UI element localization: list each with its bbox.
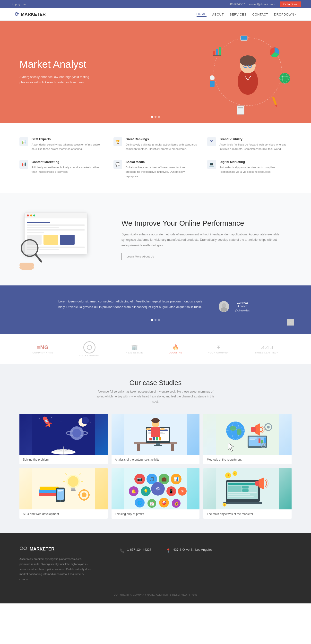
author-role: @Lilesoldes bbox=[235, 309, 250, 312]
social-media-icon: 💬 bbox=[114, 160, 122, 169]
case-img-6: $ $ $ bbox=[203, 468, 292, 510]
case-img-2 bbox=[112, 414, 200, 455]
hero-dot-1[interactable] bbox=[151, 116, 153, 118]
chevron-down-icon: ▾ bbox=[295, 13, 297, 16]
case-item-5[interactable]: 📷 🎵 💼 📊 🔔 💡 ⚙ 📱 bbox=[112, 468, 200, 519]
footer-address-text: 437 S Olive St, Los Angeles bbox=[173, 548, 212, 552]
svg-point-30 bbox=[222, 303, 226, 308]
logo-icon: ⟳ bbox=[14, 11, 19, 18]
test-dot-1[interactable] bbox=[151, 319, 153, 321]
svg-rect-70 bbox=[154, 445, 162, 446]
performance-illustration bbox=[20, 208, 107, 271]
case-img-1 bbox=[20, 414, 108, 455]
feature-seo: 📊 SEO Experts A wonderful serenity has t… bbox=[20, 137, 104, 151]
svg-rect-75 bbox=[160, 428, 165, 430]
footer-logo-icon bbox=[20, 545, 27, 553]
feature-content-desc: Efficiently monetize technically sound e… bbox=[32, 165, 104, 174]
svg-text:📷: 📷 bbox=[137, 476, 142, 482]
svg-point-72 bbox=[151, 418, 160, 423]
main-nav: HOME ABOUT SERVICES CONTACT DROPDOWN ▾ bbox=[196, 12, 296, 17]
svg-point-35 bbox=[61, 421, 62, 422]
googleplus-icon[interactable]: g+ bbox=[18, 3, 22, 6]
case-label-3: Methods of the recruitment bbox=[203, 455, 292, 464]
nav-contact[interactable]: CONTACT bbox=[252, 13, 268, 16]
learn-more-button[interactable]: Learn More About Us bbox=[122, 253, 159, 260]
performance-content: We Improve Your Online Performance Dynam… bbox=[122, 218, 292, 260]
svg-rect-9 bbox=[242, 40, 246, 40]
svg-rect-113 bbox=[58, 490, 63, 491]
logo-3-mark: 🏢 bbox=[131, 344, 138, 350]
svg-rect-14 bbox=[272, 96, 277, 105]
svg-rect-157 bbox=[228, 486, 242, 492]
browser-line-2 bbox=[27, 224, 85, 226]
logo-5-name: YOUR COMPANY bbox=[208, 352, 229, 354]
svg-text:💰: 💰 bbox=[174, 502, 178, 506]
twitter-icon[interactable]: t bbox=[12, 3, 13, 6]
feature-digital: 💻 Digital Marketing Enthusiastically pro… bbox=[207, 160, 292, 178]
location-icon: 📍 bbox=[166, 548, 171, 553]
feature-seo-title: SEO Experts bbox=[32, 137, 104, 141]
hero-dot-3[interactable] bbox=[158, 116, 160, 118]
nav-services[interactable]: SERVICES bbox=[230, 13, 246, 16]
svg-text:$: $ bbox=[234, 472, 236, 475]
nav-home[interactable]: HOME bbox=[196, 12, 206, 17]
case-item-6[interactable]: $ $ $ The main objectives of the markete… bbox=[203, 468, 292, 519]
svg-rect-23 bbox=[216, 49, 218, 56]
svg-point-11 bbox=[280, 73, 290, 84]
social-icons: f t p g+ in bbox=[10, 3, 26, 6]
svg-rect-90 bbox=[261, 440, 263, 443]
copyright-text: COPYRIGHT © COMPANY NAME. ALL RIGHTS RES… bbox=[114, 593, 188, 596]
logo-1-name: company name bbox=[32, 352, 53, 354]
case-item-2[interactable]: Analysis of the enterprise's activity bbox=[112, 414, 200, 464]
hero-dot-2[interactable] bbox=[154, 116, 156, 118]
svg-point-80 bbox=[237, 428, 242, 435]
feature-brand-title: Brand Visibility bbox=[220, 137, 292, 141]
testimonial-author: Lennox Arnold @Lilesoldes bbox=[219, 301, 253, 312]
svg-rect-58 bbox=[137, 444, 140, 451]
footer-contact-row: 📞 1-677-124-44227 📍 437 S Olive St, Los … bbox=[120, 548, 292, 553]
svg-rect-120 bbox=[78, 494, 80, 496]
svg-point-3 bbox=[240, 56, 256, 66]
linkedin-icon[interactable]: in bbox=[24, 3, 26, 6]
svg-rect-165 bbox=[255, 481, 259, 486]
feature-rankings: 🏆 Great Rankings Distinctively cultivate… bbox=[114, 137, 198, 151]
testimonial-text: Lorem ipsum dolor sit amet, consectetur … bbox=[58, 298, 209, 310]
top-bar-right: +42-123-4567 contact@domain.com Get a Qu… bbox=[228, 2, 301, 7]
testimonial-inner: Lorem ipsum dolor sit amet, consectetur … bbox=[58, 298, 253, 315]
hero-illustration bbox=[199, 28, 296, 116]
author-name: Lennox Arnold bbox=[232, 301, 253, 308]
svg-rect-59 bbox=[171, 444, 174, 451]
case-item-4[interactable]: SEO and Web development bbox=[20, 468, 108, 519]
svg-point-38 bbox=[44, 426, 44, 426]
feature-brand-text: Brand Visibility Assertively facilitate … bbox=[220, 137, 292, 151]
svg-rect-161 bbox=[228, 494, 250, 495]
svg-text:$: $ bbox=[228, 474, 229, 477]
svg-text:📈: 📈 bbox=[150, 502, 154, 506]
get-quote-button[interactable]: Get a Quote bbox=[280, 2, 301, 7]
svg-rect-73 bbox=[151, 427, 160, 437]
svg-rect-103 bbox=[71, 488, 75, 490]
svg-point-95 bbox=[262, 444, 264, 446]
nav-dropdown[interactable]: DROPDOWN ▾ bbox=[274, 13, 296, 16]
nav-about[interactable]: ABOUT bbox=[212, 13, 224, 16]
hero-content: Market Analyst Synergistically enhance l… bbox=[0, 44, 122, 100]
svg-rect-21 bbox=[210, 81, 214, 87]
case-item-1[interactable]: Solving the problem bbox=[20, 414, 108, 464]
svg-text:💡: 💡 bbox=[143, 489, 148, 494]
test-dot-2[interactable] bbox=[154, 319, 156, 321]
svg-text:🎯: 🎯 bbox=[162, 500, 166, 505]
svg-point-36 bbox=[80, 418, 81, 418]
svg-rect-98 bbox=[39, 492, 58, 496]
facebook-icon[interactable]: f bbox=[10, 3, 10, 6]
logo-4-mark: 🔥 bbox=[172, 344, 179, 350]
feature-content-text: Content Marketing Efficiently monetize t… bbox=[32, 160, 104, 174]
next-arrow-button[interactable]: › bbox=[287, 319, 294, 326]
pinterest-icon[interactable]: p bbox=[15, 3, 16, 6]
svg-rect-29 bbox=[20, 262, 34, 268]
footer-contact-info: 📞 1-677-124-44227 📍 437 S Olive St, Los … bbox=[120, 545, 292, 582]
svg-rect-104 bbox=[71, 490, 76, 491]
case-item-3[interactable]: Methods of the recruitment bbox=[203, 414, 292, 464]
case-img-5: 📷 🎵 💼 📊 🔔 💡 ⚙ 📱 bbox=[112, 468, 200, 510]
footer-phone-number: 1-677-124-44227 bbox=[127, 548, 151, 552]
test-dot-3[interactable] bbox=[158, 319, 160, 321]
